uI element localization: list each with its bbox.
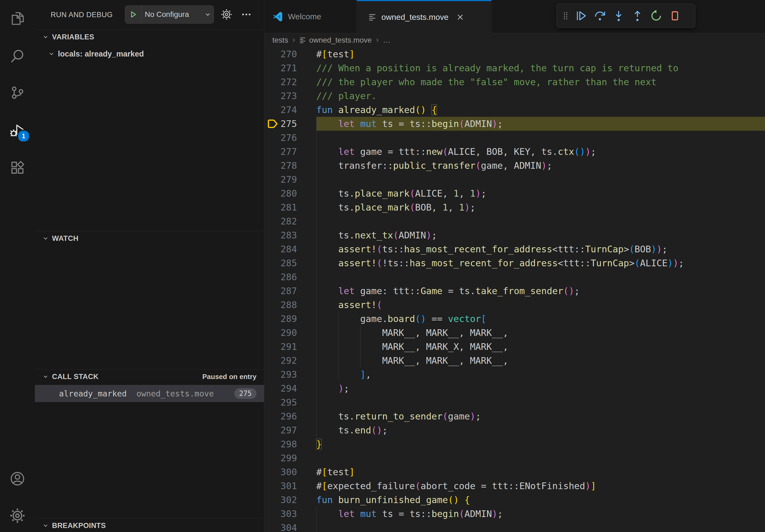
gutter[interactable]: 271 (264, 61, 316, 75)
gutter[interactable]: 287 (264, 284, 316, 298)
code-line[interactable]: 280 ts.place_mark(ALICE, 1, 1); (264, 186, 765, 200)
gutter[interactable]: 292 (264, 354, 316, 368)
gutter[interactable]: 301 (264, 479, 316, 493)
more-actions-button[interactable] (241, 9, 252, 20)
code-line[interactable]: 291 MARK__, MARK_X, MARK__, (264, 340, 765, 354)
gutter[interactable]: 284 (264, 242, 316, 256)
code-line[interactable]: 276 (264, 131, 765, 145)
gutter[interactable]: 272 (264, 75, 316, 89)
watch-section-header[interactable]: WATCH (35, 231, 264, 246)
code-line[interactable]: 299 (264, 451, 765, 465)
gutter[interactable]: 281 (264, 200, 316, 214)
gutter[interactable]: 290 (264, 326, 316, 340)
settings-button[interactable] (0, 502, 35, 530)
gutter[interactable]: 295 (264, 396, 316, 409)
code-line[interactable]: 300#[test] (264, 465, 765, 479)
code-line[interactable]: 286 (264, 270, 765, 284)
code-line[interactable]: 278 transfer::public_transfer(game, ADMI… (264, 158, 765, 172)
gutter[interactable]: 276 (264, 131, 316, 145)
gutter[interactable]: 291 (264, 340, 316, 354)
step-over-button[interactable] (590, 6, 609, 25)
gutter[interactable]: 273 (264, 89, 316, 103)
gutter[interactable]: 288 (264, 298, 316, 312)
code-line[interactable]: 284 assert!(ts::has_most_recent_for_addr… (264, 242, 765, 256)
code-line[interactable]: 298} (264, 437, 765, 451)
code-area[interactable]: 270#[test]271/// When a position is alre… (264, 47, 765, 532)
code-line[interactable]: 279 (264, 172, 765, 186)
code-line[interactable]: 301#[expected_failure(abort_code = ttt::… (264, 479, 765, 493)
continue-button[interactable] (572, 6, 590, 25)
code-line[interactable]: 282 (264, 214, 765, 228)
breadcrumb-file[interactable]: owned_tests.move (309, 36, 372, 45)
gutter[interactable]: 298 (264, 437, 316, 451)
code-line[interactable]: 303 let mut ts = ts::begin(ADMIN); (264, 507, 765, 521)
gutter[interactable]: 294 (264, 382, 316, 396)
code-line[interactable]: 293 ], (264, 368, 765, 382)
breadcrumb-symbol[interactable]: … (383, 36, 390, 45)
code-line[interactable]: 302fun burn_unfinished_game() { (264, 493, 765, 507)
code-line[interactable]: 289 game.board() == vector[ (264, 312, 765, 326)
code-line[interactable]: 290 MARK__, MARK__, MARK__, (264, 326, 765, 340)
code-line[interactable]: 294 ); (264, 382, 765, 396)
breadcrumb-folder[interactable]: tests (272, 36, 288, 45)
code-line[interactable]: 296 ts.return_to_sender(game); (264, 409, 765, 423)
gutter[interactable]: 300 (264, 465, 316, 479)
toolbar-drag-handle[interactable] (559, 6, 572, 25)
code-line[interactable]: 285 assert!(!ts::has_most_recent_for_add… (264, 256, 765, 270)
call-stack-frame-row[interactable]: already_marked owned_tests.move 275 (35, 385, 264, 402)
code-line[interactable]: 272/// the player who made the "false" m… (264, 75, 765, 89)
code-line[interactable]: 277 let game = ttt::new(ALICE, BOB, KEY,… (264, 145, 765, 158)
gutter[interactable]: 283 (264, 228, 316, 242)
sidebar-item-extensions[interactable] (0, 154, 35, 182)
close-icon[interactable] (455, 12, 465, 22)
gutter[interactable]: 277 (264, 145, 316, 158)
gutter[interactable]: 286 (264, 270, 316, 284)
breakpoints-section-header[interactable]: BREAKPOINTS (35, 518, 264, 532)
variables-section-header[interactable]: VARIABLES (35, 30, 264, 44)
code-line[interactable]: 281 ts.place_mark(BOB, 1, 1); (264, 200, 765, 214)
gutter[interactable]: 275 (264, 117, 316, 131)
account-button[interactable] (0, 465, 35, 493)
code-line[interactable]: 287 let game: ttt::Game = ts.take_from_s… (264, 284, 765, 298)
gutter[interactable]: 274 (264, 103, 316, 117)
stop-button[interactable] (666, 6, 684, 25)
debug-config-dropdown[interactable]: No Configura (125, 5, 214, 24)
gutter[interactable]: 279 (264, 172, 316, 186)
tab-welcome[interactable]: Welcome (264, 0, 357, 33)
gutter[interactable]: 293 (264, 368, 316, 382)
code-line[interactable]: 304 (264, 521, 765, 532)
variables-scope-row[interactable]: locals: already_marked (35, 46, 264, 61)
gutter[interactable]: 289 (264, 312, 316, 326)
code-line[interactable]: 275 let mut ts = ts::begin(ADMIN); (264, 117, 765, 131)
start-debug-button[interactable] (125, 6, 142, 23)
code-line[interactable]: 288 assert!( (264, 298, 765, 312)
gutter[interactable]: 270 (264, 47, 316, 61)
gutter[interactable]: 302 (264, 493, 316, 507)
call-stack-section-header[interactable]: CALL STACK Paused on entry (35, 370, 264, 384)
gutter[interactable]: 280 (264, 186, 316, 200)
gutter[interactable]: 285 (264, 256, 316, 270)
gutter[interactable]: 304 (264, 521, 316, 532)
debug-settings-button[interactable] (221, 9, 232, 20)
gutter[interactable]: 303 (264, 507, 316, 521)
gutter[interactable]: 282 (264, 214, 316, 228)
gutter[interactable]: 299 (264, 451, 316, 465)
code-line[interactable]: 271/// When a position is already marked… (264, 61, 765, 75)
code-line[interactable]: 283 ts.next_tx(ADMIN); (264, 228, 765, 242)
sidebar-item-search[interactable] (0, 42, 35, 70)
gutter[interactable]: 296 (264, 409, 316, 423)
code-line[interactable]: 292 MARK__, MARK__, MARK__, (264, 354, 765, 368)
step-out-button[interactable] (628, 6, 647, 25)
sidebar-item-explorer[interactable] (0, 5, 35, 32)
tab-owned-tests-move[interactable]: owned_tests.move (357, 0, 491, 33)
sidebar-item-run-and-debug[interactable]: 1 (0, 116, 35, 144)
step-into-button[interactable] (609, 6, 628, 25)
code-line[interactable]: 297 ts.end(); (264, 423, 765, 437)
restart-button[interactable] (647, 6, 666, 25)
gutter[interactable]: 297 (264, 423, 316, 437)
sidebar-item-source-control[interactable] (0, 79, 35, 107)
gutter[interactable]: 278 (264, 158, 316, 172)
code-line[interactable]: 295 (264, 396, 765, 409)
code-line[interactable]: 270#[test] (264, 47, 765, 61)
code-line[interactable]: 274fun already_marked() { (264, 103, 765, 117)
